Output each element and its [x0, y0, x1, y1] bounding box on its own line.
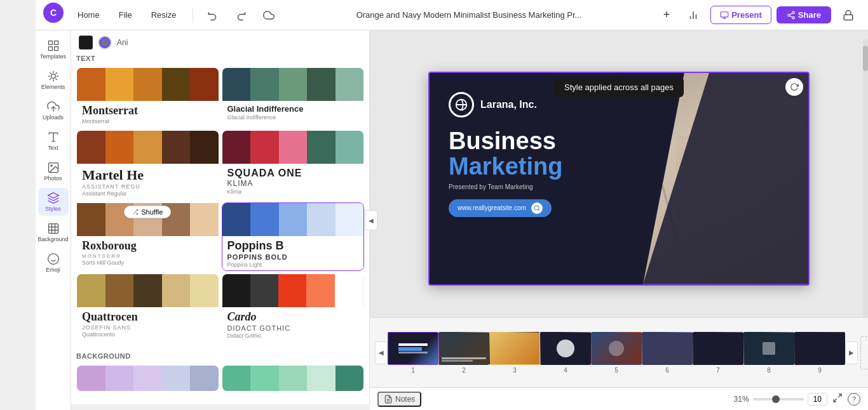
thumbnail-5[interactable]: 5	[591, 332, 642, 374]
color-wheel-swatch[interactable]	[98, 36, 112, 50]
roxborough-style-card[interactable]: Roxboroug MONTSERR Sorts Mill Goudy Shuf…	[76, 202, 219, 271]
quattrocento-fonts: Quattrocen JOSEFIN SANS Quattrocento	[77, 307, 219, 340]
panel-color-bar: Ani	[71, 30, 369, 52]
help-button[interactable]: ?	[848, 393, 860, 406]
sidebar-item-emoji[interactable]: Emoji	[38, 249, 69, 277]
settings-button[interactable]	[836, 6, 860, 25]
thumb-scroll-left[interactable]: ◀	[375, 341, 388, 364]
montserrat-style-card[interactable]: Montserrat Montserrat	[76, 67, 219, 128]
martel-style-card[interactable]: Martel He ASSISTANT REGU Assistant Regul…	[76, 130, 219, 200]
sidebar-templates-label: Templates	[40, 53, 66, 60]
sidebar-item-styles[interactable]: Styles	[38, 188, 69, 216]
styles-icon	[47, 192, 60, 204]
thumbnail-2[interactable]: 2	[438, 332, 489, 374]
thumb-img-5[interactable]	[591, 332, 642, 365]
thumb-img-3[interactable]	[489, 332, 540, 365]
sidebar-item-background[interactable]: Background	[38, 218, 69, 246]
sidebar-background-label: Background	[37, 236, 68, 242]
font-name-display: Cardo	[227, 311, 359, 324]
swatch	[133, 366, 162, 391]
redo-button[interactable]	[229, 6, 253, 25]
thumbnail-1[interactable]: 1	[388, 332, 438, 374]
present-icon	[720, 11, 729, 20]
swatch	[77, 68, 105, 101]
thumb-num-9: 9	[818, 367, 822, 374]
swatch	[190, 68, 219, 101]
save-cloud-button[interactable]	[257, 6, 281, 25]
scrollbar-thumb[interactable]	[863, 46, 868, 71]
slide-canvas[interactable]: Larana, Inc. Business Marketing Presente…	[428, 72, 810, 286]
topbar-history-actions	[201, 6, 281, 25]
sidebar-item-text[interactable]: Text	[38, 127, 69, 155]
thumb-scroll-right[interactable]: ▶	[845, 341, 858, 364]
thumbnail-4[interactable]: 4	[540, 332, 591, 374]
thumbnail-3[interactable]: 3	[489, 332, 540, 374]
background-cards-grid	[71, 362, 369, 394]
nav-file[interactable]: File	[110, 6, 141, 23]
zoom-slider[interactable]	[753, 398, 804, 400]
thumbnail-9[interactable]: 9	[794, 332, 845, 374]
poppins-style-card[interactable]: Poppins B Poppins Bold Poppins Light	[222, 202, 365, 271]
thumb-img-4[interactable]	[540, 332, 591, 365]
font-name-sub: Montserrat	[82, 118, 214, 124]
undo-button[interactable]	[201, 6, 225, 25]
share-button[interactable]: Share	[776, 6, 831, 23]
zoom-thumb[interactable]	[772, 395, 780, 403]
swatch	[162, 131, 191, 164]
glacial-swatches	[222, 68, 364, 101]
canvas-wrapper[interactable]: Style applied across all pages	[370, 39, 868, 317]
font-name-sub: Sorts Mill Goudy	[82, 260, 214, 266]
add-button[interactable]: +	[657, 4, 677, 25]
cardo-style-card[interactable]: Cardo Didact Gothic Didact Gothic	[222, 274, 365, 342]
quattrocento-style-card[interactable]: Quattrocen JOSEFIN SANS Quattrocento	[76, 274, 219, 342]
thumb-img-8[interactable]	[743, 332, 794, 365]
shuffle-button[interactable]: Shuffle	[124, 206, 171, 218]
text-icon	[47, 131, 60, 143]
hide-panel-button[interactable]: ◀	[365, 210, 377, 230]
thumb-img-2[interactable]	[438, 332, 489, 365]
sidebar-item-photos[interactable]: Photos	[38, 157, 69, 185]
style-panel-wrapper: Ani Text Montserrat Mon	[71, 30, 370, 410]
undo-icon	[207, 10, 219, 21]
sidebar-item-elements[interactable]: Elements	[38, 66, 69, 94]
thumb-img-6[interactable]	[642, 332, 693, 365]
swatch	[279, 131, 308, 164]
sidebar-item-uploads[interactable]: Uploads	[38, 96, 69, 124]
fullscreen-button[interactable]	[831, 392, 844, 406]
thumb-num-1: 1	[411, 367, 415, 374]
slide-logo	[449, 92, 474, 117]
nav-resize[interactable]: Resize	[142, 6, 186, 23]
thumb-img-9[interactable]	[794, 332, 845, 365]
thumb-img-7[interactable]	[693, 332, 743, 365]
slide-title-line1: Business	[449, 129, 646, 153]
refresh-button[interactable]	[785, 78, 803, 96]
logo-icon	[454, 98, 468, 112]
thumbnail-6[interactable]: 6	[642, 332, 693, 374]
squada-style-card[interactable]: SQUADA ONE Klima Klima	[222, 130, 365, 200]
zoom-area: 31% 10 ?	[734, 392, 860, 406]
bg-style-card-2[interactable]	[222, 365, 365, 392]
glacial-style-card[interactable]: Glacial Indifference Glacial Indifferenc…	[222, 67, 365, 128]
add-page-button[interactable]: +	[860, 336, 868, 369]
thumb-img-1[interactable]	[388, 332, 438, 365]
thumbnail-7[interactable]: 7	[693, 332, 743, 374]
swatch	[307, 203, 336, 236]
swatch	[250, 68, 279, 101]
font-name-secondary: ASSISTANT REGU	[82, 183, 214, 190]
bg-style-card-1[interactable]	[76, 365, 219, 392]
sidebar-item-templates[interactable]: Templates	[38, 36, 69, 63]
bg-swatches-1	[77, 366, 219, 391]
cardo-fonts: Cardo Didact Gothic Didact Gothic	[222, 307, 364, 341]
notes-button[interactable]: Notes	[377, 392, 421, 407]
page-count-button[interactable]: 10	[808, 393, 827, 406]
vertical-scrollbar[interactable]	[863, 39, 868, 317]
nav-home[interactable]: Home	[69, 6, 109, 23]
topbar: C Home File Resize Orange and Navy Moder…	[36, 0, 868, 30]
black-color-swatch[interactable]	[79, 36, 93, 50]
present-button[interactable]: Present	[710, 6, 771, 24]
stats-button[interactable]	[681, 6, 705, 25]
swatch	[105, 274, 134, 307]
fullscreen-icon	[832, 393, 843, 403]
swatch	[336, 68, 364, 101]
thumbnail-8[interactable]: 8	[743, 332, 794, 374]
